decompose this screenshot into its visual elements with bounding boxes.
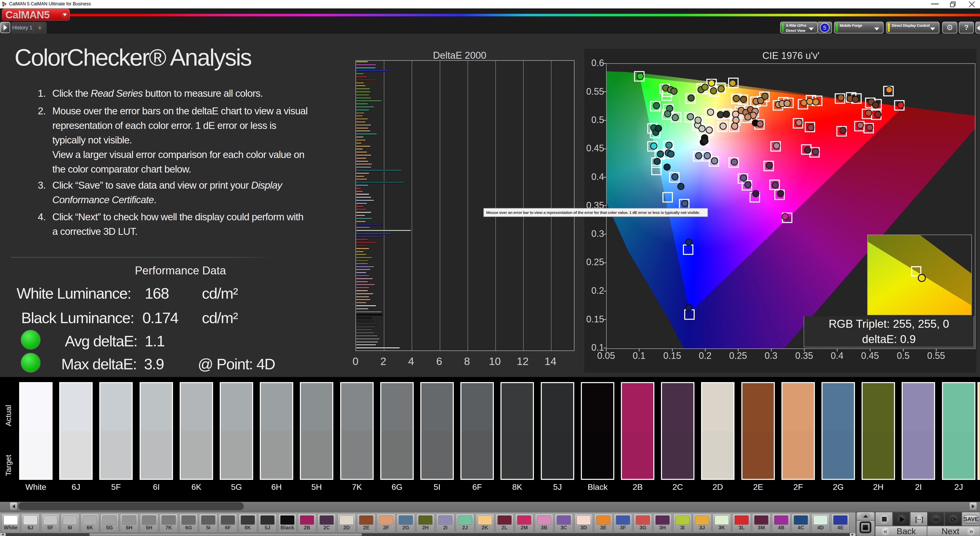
svg-text:5: 5 (3, 3, 5, 6)
